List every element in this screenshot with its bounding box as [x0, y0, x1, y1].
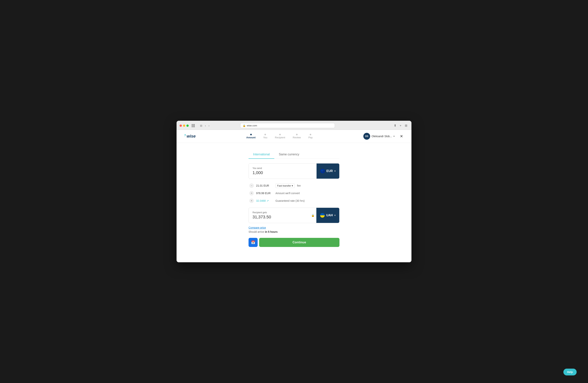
receive-currency-button[interactable]: UAH ▾ — [316, 208, 339, 223]
send-input-row: You send 🇪🇺 EUR ▾ — [249, 164, 339, 179]
tab-same-currency[interactable]: Same currency — [274, 151, 304, 159]
receive-currency-chevron-icon: ▾ — [334, 214, 336, 217]
step-recipient[interactable]: Recipient — [275, 134, 285, 139]
eur-flag-icon: 🇪🇺 — [320, 169, 325, 173]
minimize-traffic-light[interactable] — [183, 125, 185, 127]
receive-input-row: Recipient gets 🔒 UAH ▾ — [249, 208, 339, 223]
compare-price-link[interactable]: Compare price — [249, 226, 339, 229]
step-amount[interactable]: Amount — [246, 134, 255, 139]
send-label: You send — [252, 167, 313, 170]
user-area: OS Oleksandr Slob... ▾ ✕ — [363, 133, 404, 140]
send-input-field: You send — [249, 164, 316, 178]
avatar: OS — [363, 133, 370, 140]
address-bar-actions: ⬆ + ⊞ — [393, 123, 408, 128]
tab-international[interactable]: International — [249, 151, 274, 159]
step-label-review: Review — [293, 136, 301, 139]
page: ⁷ wise Amount You Recipient — [177, 130, 411, 262]
close-traffic-light[interactable] — [180, 125, 182, 127]
lock-icon: 🔒 — [311, 214, 315, 217]
browser-toolbar: ⊟ ‹ › 🔒 wise.com ⬆ + ⊞ — [177, 121, 411, 130]
receive-input-field: Recipient gets — [249, 208, 311, 223]
lock-icon: 🔒 — [243, 124, 246, 127]
uah-flag-icon — [320, 213, 325, 218]
app-bar — [191, 123, 195, 128]
steps: Amount You Recipient Review Pay — [196, 134, 363, 139]
rate-row: × 32.0468 ↗ Guaranteed rate (30 hrs) — [249, 197, 339, 205]
browser-controls: ⊟ ‹ › — [199, 124, 210, 128]
fullscreen-traffic-light[interactable] — [186, 125, 189, 127]
send-amount-input[interactable] — [252, 170, 313, 175]
receive-label: Recipient gets — [252, 211, 307, 214]
share-button[interactable]: ⬆ — [393, 123, 398, 128]
forward-button[interactable]: › — [208, 124, 210, 128]
fee-type-chevron-icon: ▾ — [292, 184, 293, 187]
rate-value: 32.0468 — [256, 199, 266, 202]
continue-button[interactable]: Continue — [259, 238, 339, 247]
send-currency-chevron-icon: ▾ — [334, 170, 336, 172]
logo[interactable]: ⁷ wise — [184, 134, 196, 139]
username: Oleksandr Slob... — [372, 135, 392, 138]
equals-icon: = — [249, 191, 254, 195]
logo-icon: ⁷ — [184, 134, 186, 139]
close-button[interactable]: ✕ — [399, 133, 404, 139]
send-currency-button[interactable]: 🇪🇺 EUR ▾ — [316, 164, 339, 179]
logo-text: wise — [187, 134, 196, 139]
convert-desc: Amount we'll convert — [275, 192, 300, 195]
step-review[interactable]: Review — [293, 134, 301, 139]
fee-amount: 21.01 EUR — [256, 184, 273, 187]
new-tab-button[interactable]: + — [399, 123, 402, 128]
fee-type-label: Fast transfer — [277, 184, 291, 187]
step-dot-pay — [310, 134, 311, 135]
step-label-amount: Amount — [246, 136, 255, 139]
arrival-text: Should arrive in 5 hours — [249, 230, 339, 233]
step-label-you: You — [263, 136, 267, 139]
receive-currency-label: UAH — [326, 214, 333, 217]
step-dot-you — [264, 134, 266, 135]
user-chevron-icon: ▾ — [394, 135, 395, 137]
traffic-lights — [180, 125, 189, 127]
times-icon: × — [249, 198, 254, 203]
send-input-group: You send 🇪🇺 EUR ▾ — [249, 163, 339, 179]
minus-icon: − — [249, 183, 254, 188]
back-button[interactable]: ‹ — [204, 124, 207, 128]
sidebar-toggle-button[interactable]: ⊟ — [199, 124, 203, 128]
step-pay[interactable]: Pay — [308, 134, 313, 139]
convert-amount: 978.99 EUR — [256, 192, 273, 195]
send-currency-label: EUR — [326, 169, 333, 173]
step-dot-amount — [250, 134, 252, 135]
fee-type-button[interactable]: Fast transfer ▾ — [275, 184, 295, 188]
rate-desc: Guaranteed rate (30 hrs) — [275, 199, 305, 202]
fee-desc: fee — [297, 184, 301, 187]
conversion-details: − 21.01 EUR Fast transfer ▾ fee = 978.99… — [249, 182, 339, 205]
step-dot-recipient — [279, 134, 281, 135]
main-content: International Same currency You send 🇪🇺 … — [177, 143, 411, 254]
fee-row: − 21.01 EUR Fast transfer ▾ fee — [249, 182, 339, 190]
calendar-icon: 📅 — [251, 240, 255, 245]
arrival-highlight: in 5 hours — [265, 230, 277, 233]
browser-window: ⊟ ‹ › 🔒 wise.com ⬆ + ⊞ ⁷ wise — [177, 121, 411, 262]
grid-icon — [191, 123, 195, 128]
arrival-label: Should arrive — [249, 230, 264, 233]
step-dot-review — [296, 134, 298, 135]
url-text: wise.com — [247, 124, 257, 127]
rate-trend-icon: ↗ — [267, 199, 269, 202]
action-row: 📅 Continue — [249, 238, 339, 247]
calendar-button[interactable]: 📅 — [249, 238, 258, 247]
receive-amount-input[interactable] — [252, 215, 307, 219]
transfer-card: International Same currency You send 🇪🇺 … — [249, 151, 339, 247]
help-button[interactable]: Help — [563, 369, 577, 375]
step-you[interactable]: You — [263, 134, 267, 139]
rate-amount: 32.0468 ↗ — [256, 199, 273, 202]
app-header: ⁷ wise Amount You Recipient — [177, 130, 411, 143]
convert-row: = 978.99 EUR Amount we'll convert — [249, 190, 339, 197]
step-label-pay: Pay — [308, 136, 313, 139]
receive-input-group: Recipient gets 🔒 UAH ▾ — [249, 208, 339, 223]
step-label-recipient: Recipient — [275, 136, 285, 139]
tab-grid-button[interactable]: ⊞ — [404, 123, 408, 128]
transfer-tabs: International Same currency — [249, 151, 339, 159]
address-bar[interactable]: 🔒 wise.com — [240, 123, 335, 128]
